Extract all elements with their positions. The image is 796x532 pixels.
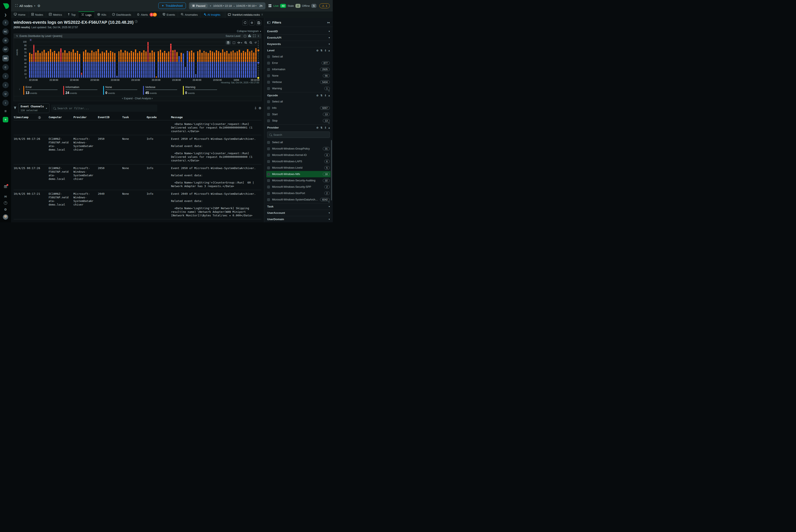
zoom-in-icon[interactable]: [244, 41, 247, 44]
menu-icon[interactable]: ≡: [4, 109, 7, 113]
tab-top[interactable]: Top: [65, 12, 78, 18]
rail-expand-icon[interactable]: ❯: [4, 13, 7, 17]
filter-option[interactable]: None56: [267, 73, 330, 79]
help-icon[interactable]: ?: [4, 201, 7, 205]
histogram-bar[interactable]: [172, 50, 173, 78]
filter-option[interactable]: Microsoft-Windows-Kernel-IO4: [267, 152, 330, 158]
event-channels-dropdown[interactable]: Event Channels116 selected ▾: [18, 103, 50, 113]
checkbox[interactable]: [267, 55, 270, 58]
histogram-bar[interactable]: [125, 51, 126, 78]
filter-header-level[interactable]: Level⊘⇅⇩▴: [267, 47, 330, 54]
histogram-bar[interactable]: [226, 51, 227, 78]
download-icon[interactable]: ⇩: [325, 94, 327, 97]
pause-button[interactable]: Paused: [190, 3, 208, 8]
tab-dashboards[interactable]: Dashboards: [109, 12, 134, 18]
download-icon[interactable]: ⇩: [325, 49, 327, 52]
download-icon[interactable]: ⇩: [325, 126, 327, 129]
checkbox[interactable]: [267, 148, 270, 150]
workspace-avatar[interactable]: U: [2, 91, 9, 97]
tab-home[interactable]: Home: [11, 12, 29, 18]
workspace-avatar[interactable]: i: [2, 100, 9, 106]
select-all-item[interactable]: Select all: [267, 54, 330, 60]
checkbox[interactable]: [267, 107, 270, 110]
histogram-bar[interactable]: [135, 50, 136, 78]
workspace-avatar[interactable]: NC: [2, 28, 9, 35]
reset-zoom-icon[interactable]: ↺: [255, 41, 257, 44]
column-header-computer[interactable]: Computer: [49, 116, 73, 119]
filter-option[interactable]: Error877: [267, 60, 330, 66]
fullscreen-icon[interactable]: [253, 35, 256, 38]
filter-option[interactable]: Microsoft-Windows-LiveId5: [267, 165, 330, 171]
time-range-picker[interactable]: Paused ▾ 10/3/25 • 22:18 → 10/4/25 • 00:…: [189, 2, 265, 10]
netdata-logo[interactable]: [2, 2, 10, 10]
info-icon[interactable]: i: [135, 20, 137, 23]
tab-alerts[interactable]: Alerts517: [134, 12, 160, 18]
invite-icon[interactable]: ✉: [4, 195, 7, 198]
refresh-button[interactable]: [242, 20, 248, 25]
workspace-avatar[interactable]: NP: [2, 46, 9, 53]
histogram-chart[interactable]: events 1009080706050403020100 ▾ ↺ 22:20:…: [14, 38, 261, 83]
add-space-button[interactable]: +: [3, 117, 8, 122]
histogram-bar[interactable]: [191, 51, 192, 78]
workspace-avatar[interactable]: ND: [2, 55, 9, 61]
checkbox[interactable]: [267, 62, 270, 64]
select-all-item[interactable]: Select all: [267, 139, 330, 146]
checkbox[interactable]: [267, 81, 270, 83]
legend-item-error[interactable]: Error13events: [23, 86, 63, 95]
histogram-bar[interactable]: [50, 49, 51, 78]
legend-sort-icon[interactable]: ↓: [19, 87, 20, 90]
resize-handle-icon[interactable]: ⠿: [267, 90, 330, 92]
histogram-bar[interactable]: [222, 50, 223, 78]
histogram-bar[interactable]: [239, 50, 240, 78]
histogram-bar[interactable]: [160, 50, 161, 78]
legend-item-verbose[interactable]: Verbose45events: [143, 86, 183, 95]
horizontal-zoom-icon[interactable]: ▾: [237, 41, 242, 44]
filter-option[interactable]: Microsoft-Windows-StorPort2: [267, 190, 330, 196]
histogram-bar[interactable]: [199, 50, 201, 78]
histogram-bar[interactable]: [164, 51, 165, 78]
resize-handle-icon[interactable]: ⠿: [267, 122, 330, 124]
column-header-opcode[interactable]: Opcode: [147, 116, 171, 119]
histogram-bar[interactable]: [143, 50, 145, 78]
filter-header-keywords[interactable]: Keywords▾: [267, 41, 330, 47]
column-header-provider[interactable]: Provider: [73, 116, 98, 119]
checkbox[interactable]: [267, 173, 270, 176]
logs-search-input[interactable]: Search or filter...: [51, 104, 157, 112]
filter-header-useraccount[interactable]: UserAccount▾: [267, 210, 330, 216]
workspace-avatar[interactable]: C: [2, 64, 9, 71]
histogram-bar[interactable]: [151, 51, 153, 78]
histogram-bar[interactable]: [110, 51, 111, 78]
chevron-up-icon[interactable]: ▴: [329, 49, 330, 52]
histogram-bar[interactable]: [106, 50, 107, 78]
tab-logs[interactable]: Logs: [78, 12, 94, 18]
histogram-bar[interactable]: [174, 50, 176, 78]
host-chip[interactable]: frankfurt.netdata.rocks⠿: [225, 12, 265, 18]
sort-icon[interactable]: ⇅: [320, 126, 322, 129]
histogram-bar[interactable]: [73, 50, 74, 78]
checkbox[interactable]: [267, 160, 270, 163]
workspace-avatar[interactable]: t: [2, 82, 9, 88]
info-icon[interactable]: i: [244, 35, 246, 38]
checkbox[interactable]: [267, 68, 270, 71]
histogram-bar[interactable]: [54, 51, 55, 78]
drag-handle-icon[interactable]: ⠿: [261, 14, 263, 16]
histogram-bar[interactable]: [247, 49, 248, 78]
export-icon[interactable]: ⇩: [254, 106, 257, 110]
tab-anomalies[interactable]: Anomalies: [178, 12, 201, 18]
table-row[interactable]: 10/4/25 00:17:21EC2AMAZ- F56U7AP.netd at…: [14, 219, 261, 220]
troubleshoot-button[interactable]: ✦Troubleshoot: [158, 3, 186, 9]
checkbox[interactable]: [267, 141, 270, 144]
histogram-bar[interactable]: [210, 51, 211, 78]
scope-settings-icon[interactable]: ⚙: [37, 4, 40, 8]
column-header-eventid[interactable]: EventID: [98, 116, 122, 119]
checkbox[interactable]: [267, 119, 270, 122]
filter-option[interactable]: Microsoft-Windows-LAPS6: [267, 158, 330, 165]
node-scope-selector[interactable]: ⛶ All nodes ▾: [15, 4, 35, 8]
checkbox[interactable]: [267, 186, 270, 188]
filter-header-userdomain[interactable]: UserDomain▾: [267, 216, 330, 222]
filter-option[interactable]: Microsoft-Windows-Security-Auditing32: [267, 177, 330, 184]
checkbox[interactable]: [267, 87, 270, 90]
legend-item-warning[interactable]: Warning0events: [183, 86, 223, 95]
exclude-icon[interactable]: ⊘: [316, 49, 318, 52]
legend-item-none[interactable]: None0events: [103, 86, 143, 95]
